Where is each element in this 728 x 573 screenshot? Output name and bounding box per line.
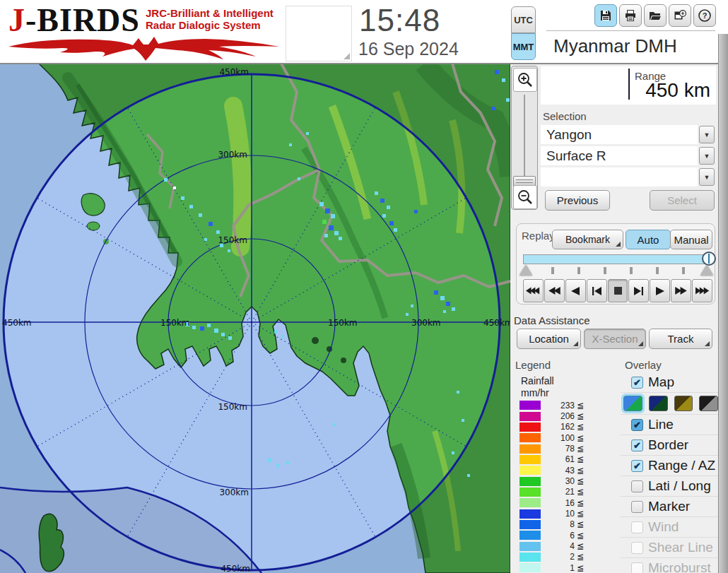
overlay-item-line[interactable]: ✔Line <box>621 415 718 435</box>
radar-echo <box>394 228 397 232</box>
product-dropdown-value[interactable]: Surface R <box>541 146 698 165</box>
legend-swatch <box>519 520 541 529</box>
radar-echo <box>204 238 207 241</box>
overlay-item-microburst[interactable]: Microburst <box>621 558 718 573</box>
map-style-swatch[interactable] <box>699 396 718 411</box>
legend-value: 1 <box>541 563 575 573</box>
play-button[interactable] <box>650 279 670 302</box>
map-style-swatch[interactable] <box>623 396 642 411</box>
overlay-label: Shear Line <box>648 540 713 555</box>
radar-echo <box>329 225 334 230</box>
help-icon: ? <box>698 8 712 23</box>
radar-echo <box>325 208 330 213</box>
legend-scale: 233≦206≦162≦100≦78≦61≦43≦30≦21≦16≦10≦8≦6… <box>519 400 597 573</box>
stop-button[interactable] <box>608 279 628 302</box>
help-button[interactable]: ? <box>693 4 716 27</box>
location-button[interactable]: Location <box>517 329 581 349</box>
ring-label: 300km <box>411 318 441 328</box>
radar-echo <box>189 205 193 208</box>
chevron-down-icon[interactable]: ▼ <box>699 147 715 165</box>
overlay-item-range-az[interactable]: ✔Range / AZ <box>621 456 718 476</box>
legend-value: 8 <box>541 519 575 529</box>
radar-echo <box>382 214 386 218</box>
track-button[interactable]: Track <box>649 329 712 349</box>
save-button[interactable] <box>594 4 617 27</box>
manual-button[interactable]: Manual <box>670 230 712 249</box>
legend-symbol: ≦ <box>577 401 584 410</box>
checkbox[interactable]: ✔ <box>631 460 643 472</box>
option-dropdown-value[interactable] <box>541 167 698 187</box>
legend-row: 100≦ <box>519 432 597 443</box>
panel-scroll-strip[interactable] <box>718 34 728 573</box>
legend-row: 43≦ <box>519 465 597 475</box>
range-start-marker[interactable] <box>519 265 532 276</box>
overlay-item-map[interactable]: ✔Map <box>621 372 718 393</box>
overlay-item-wind[interactable]: Wind <box>621 517 718 538</box>
checkbox[interactable] <box>631 480 643 492</box>
radar-echo <box>216 230 220 234</box>
radar-map[interactable]: 450km300km150km150km300km450km450km150km… <box>0 64 510 573</box>
legend-row: 6≦ <box>519 530 597 540</box>
overlay-item-shear-line[interactable]: Shear Line <box>621 538 718 558</box>
radar-echo <box>452 307 455 311</box>
checkbox[interactable] <box>631 521 643 533</box>
map-zoom-control <box>511 66 538 210</box>
ring-label: 150km <box>218 235 247 245</box>
overlay-item-border[interactable]: ✔Border <box>621 435 718 456</box>
overlay-item-marker[interactable]: Marker <box>621 497 718 517</box>
add-image-button[interactable] <box>669 4 691 27</box>
forward-fast-button[interactable] <box>692 279 712 302</box>
legend-symbol: ≦ <box>577 498 584 508</box>
select-button[interactable]: Select <box>650 190 715 211</box>
checkbox[interactable]: ✔ <box>631 419 643 431</box>
utc-button[interactable]: UTC <box>511 6 536 33</box>
legend-symbol: ≦ <box>577 433 584 443</box>
chevron-down-icon[interactable]: ▼ <box>699 168 715 186</box>
logo-subtitle: JRC-Brilliant & Intelligent Radar Dialog… <box>146 7 274 31</box>
replay-slider-track[interactable] <box>523 254 712 264</box>
legend-row: 233≦ <box>519 400 597 410</box>
radar-echo <box>443 310 446 313</box>
checkbox[interactable] <box>631 501 643 513</box>
open-folder-button[interactable] <box>644 4 667 27</box>
map-style-swatch[interactable] <box>674 396 693 411</box>
rewind-button[interactable] <box>544 279 565 302</box>
previous-button[interactable]: Previous <box>545 190 610 211</box>
replay-slider-handle[interactable] <box>702 252 716 266</box>
checkbox[interactable]: ✔ <box>631 439 643 451</box>
mmt-button[interactable]: MMT <box>511 33 536 60</box>
forward-button[interactable] <box>671 279 691 302</box>
legend-swatch <box>519 444 541 454</box>
legend-value: 21 <box>541 487 575 497</box>
range-end-marker[interactable] <box>700 265 713 276</box>
radar-echo <box>331 214 335 218</box>
zoom-out-button[interactable] <box>513 185 537 209</box>
replay-slider-ticks <box>523 266 712 275</box>
radar-echo <box>322 220 327 224</box>
checkbox[interactable] <box>631 562 643 573</box>
rewind-fast-button[interactable] <box>523 279 544 302</box>
auto-button[interactable]: Auto <box>626 230 671 249</box>
open-folder-icon <box>648 8 662 23</box>
checkbox[interactable] <box>631 542 643 554</box>
overlay-item-lati-long[interactable]: Lati / Long <box>621 476 718 497</box>
map-style-swatch[interactable] <box>649 396 668 411</box>
step-back-button[interactable] <box>587 279 607 302</box>
slider-tick <box>630 267 633 274</box>
station-dropdown-value[interactable]: Yangon <box>541 125 698 144</box>
bookmark-button[interactable]: Bookmark <box>552 230 623 249</box>
range-value: 450 km <box>645 79 710 102</box>
chevron-down-icon[interactable]: ▼ <box>699 126 715 143</box>
print-button[interactable] <box>619 4 642 27</box>
step-forward-button[interactable] <box>628 279 649 302</box>
zoom-in-button[interactable] <box>513 68 537 92</box>
back-button[interactable] <box>565 279 586 302</box>
overlay-label: Microburst <box>648 560 711 573</box>
zoom-slider-track[interactable] <box>524 95 525 181</box>
resize-grip-icon[interactable] <box>344 53 350 59</box>
slider-tick <box>577 267 580 274</box>
overlay-label: Wind <box>648 519 679 535</box>
x-section-button[interactable]: X-Section <box>584 329 646 349</box>
radar-echo <box>334 231 339 235</box>
checkbox[interactable]: ✔ <box>631 377 643 389</box>
